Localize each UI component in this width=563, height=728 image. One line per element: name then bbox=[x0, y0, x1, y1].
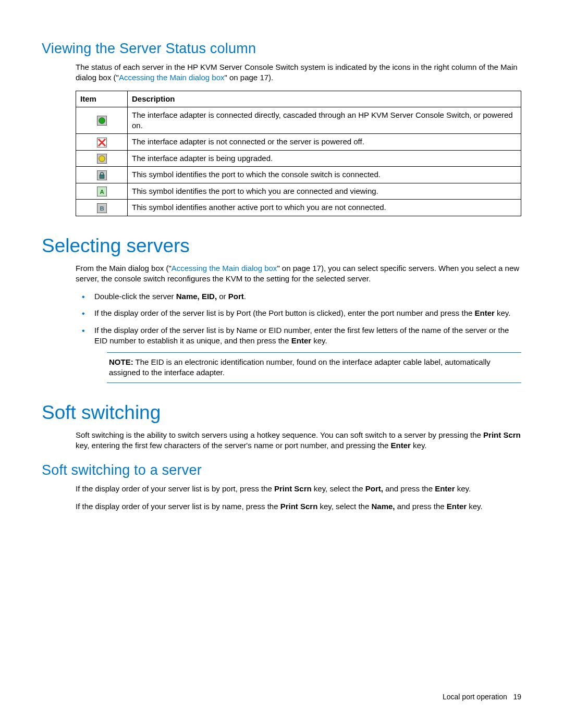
heading-selecting-servers: Selecting servers bbox=[42, 235, 521, 257]
link-accessing-main-dialog[interactable]: Accessing the Main dialog box bbox=[172, 264, 277, 273]
text: From the Main dialog box (" bbox=[76, 264, 172, 273]
table-row: The interface adapter is being upgraded. bbox=[76, 150, 521, 167]
paragraph: If the display order of your server list… bbox=[76, 501, 521, 512]
paragraph: If the display order of your server list… bbox=[76, 484, 521, 494]
bold-text: Name, bbox=[371, 502, 395, 511]
footer-section-name: Local port operation bbox=[443, 693, 507, 701]
status-icon-table: Item Description The interface adapter i… bbox=[76, 91, 521, 216]
table-row: The interface adapter is not connected o… bbox=[76, 134, 521, 151]
bold-text: Enter bbox=[475, 309, 495, 317]
text: key. bbox=[411, 441, 427, 450]
cell-icon bbox=[76, 134, 128, 151]
col-header-item: Item bbox=[76, 91, 128, 107]
paragraph: Soft switching is the ability to switch … bbox=[76, 430, 521, 451]
text: . bbox=[244, 292, 246, 301]
text: and press the bbox=[383, 484, 435, 493]
text: If the display order of your server list… bbox=[76, 502, 280, 511]
col-header-description: Description bbox=[128, 91, 521, 107]
bold-text: Port, bbox=[365, 484, 383, 493]
section-body: The status of each server in the HP KVM … bbox=[76, 62, 521, 216]
table-row: This symbol identifies the port to which… bbox=[76, 167, 521, 183]
note-label: NOTE: bbox=[109, 357, 133, 366]
page-footer: Local port operation 19 bbox=[443, 693, 521, 701]
cell-icon bbox=[76, 107, 128, 134]
section-body: If the display order of your server list… bbox=[76, 484, 521, 512]
text: key, select the bbox=[312, 484, 365, 493]
footer-page-number: 19 bbox=[513, 693, 521, 701]
cell-description: The interface adapter is being upgraded. bbox=[128, 150, 521, 167]
cell-icon bbox=[76, 167, 128, 183]
list-item: If the display order of the server list … bbox=[76, 325, 521, 347]
text: or bbox=[217, 292, 228, 301]
lock-icon bbox=[97, 170, 107, 180]
heading-soft-switching: Soft switching bbox=[42, 402, 521, 424]
text: key, entering the first few characters o… bbox=[76, 441, 391, 450]
section-body: From the Main dialog box ("Accessing the… bbox=[76, 263, 521, 383]
list-item: Double-click the server Name, EID, or Po… bbox=[76, 291, 521, 302]
link-accessing-main-dialog[interactable]: Accessing the Main dialog box bbox=[119, 73, 225, 82]
bullet-list: Double-click the server Name, EID, or Po… bbox=[76, 291, 521, 346]
bold-text: Enter bbox=[291, 336, 311, 345]
text: If the display order of your server list… bbox=[76, 484, 274, 493]
bold-text: Name, EID, bbox=[176, 292, 217, 301]
text: key. bbox=[455, 484, 471, 493]
bold-text: Enter bbox=[391, 441, 411, 450]
bold-text: Print Scrn bbox=[280, 502, 318, 511]
bold-text: Enter bbox=[435, 484, 455, 493]
cell-description: This symbol identifies the port to which… bbox=[128, 183, 521, 200]
note-text: The EID is an electronic identification … bbox=[109, 357, 491, 377]
letter-a-icon bbox=[97, 187, 107, 196]
heading-soft-switching-to-server: Soft switching to a server bbox=[42, 462, 521, 478]
text: key. bbox=[467, 502, 483, 511]
letter-b-icon bbox=[97, 203, 107, 213]
cell-icon bbox=[76, 150, 128, 167]
note-box: NOTE: The EID is an electronic identific… bbox=[107, 352, 521, 383]
cell-description: The interface adapter is not connected o… bbox=[128, 134, 521, 151]
bold-text: Print Scrn bbox=[274, 484, 312, 493]
yellow-circle-icon bbox=[97, 154, 107, 164]
red-x-icon bbox=[97, 138, 107, 147]
cell-description: This symbol identifies the port to which… bbox=[128, 167, 521, 183]
paragraph: From the Main dialog box ("Accessing the… bbox=[76, 263, 521, 285]
text: and press the bbox=[395, 502, 447, 511]
table-row: The interface adapter is connected direc… bbox=[76, 107, 521, 134]
text: If the display order of the server list … bbox=[94, 309, 475, 317]
paragraph: The status of each server in the HP KVM … bbox=[76, 62, 521, 83]
table-row: This symbol identifies another active po… bbox=[76, 200, 521, 216]
list-item: If the display order of the server list … bbox=[76, 308, 521, 318]
cell-description: This symbol identifies another active po… bbox=[128, 200, 521, 216]
heading-viewing-status: Viewing the Server Status column bbox=[42, 41, 521, 57]
text: Double-click the server bbox=[94, 292, 176, 301]
document-page: Viewing the Server Status column The sta… bbox=[0, 0, 563, 728]
bold-text: Print Scrn bbox=[483, 430, 521, 439]
cell-description: The interface adapter is connected direc… bbox=[128, 107, 521, 134]
text: " on page 17). bbox=[225, 73, 274, 82]
cell-icon bbox=[76, 200, 128, 216]
bold-text: Port bbox=[228, 292, 244, 301]
green-circle-icon bbox=[97, 116, 107, 126]
table-header-row: Item Description bbox=[76, 91, 521, 107]
text: key. bbox=[495, 309, 511, 317]
text: key. bbox=[311, 336, 327, 345]
text: key, select the bbox=[317, 502, 371, 511]
text: Soft switching is the ability to switch … bbox=[76, 430, 483, 439]
cell-icon bbox=[76, 183, 128, 200]
table-row: This symbol identifies the port to which… bbox=[76, 183, 521, 200]
bold-text: Enter bbox=[447, 502, 467, 511]
section-body: Soft switching is the ability to switch … bbox=[76, 430, 521, 451]
